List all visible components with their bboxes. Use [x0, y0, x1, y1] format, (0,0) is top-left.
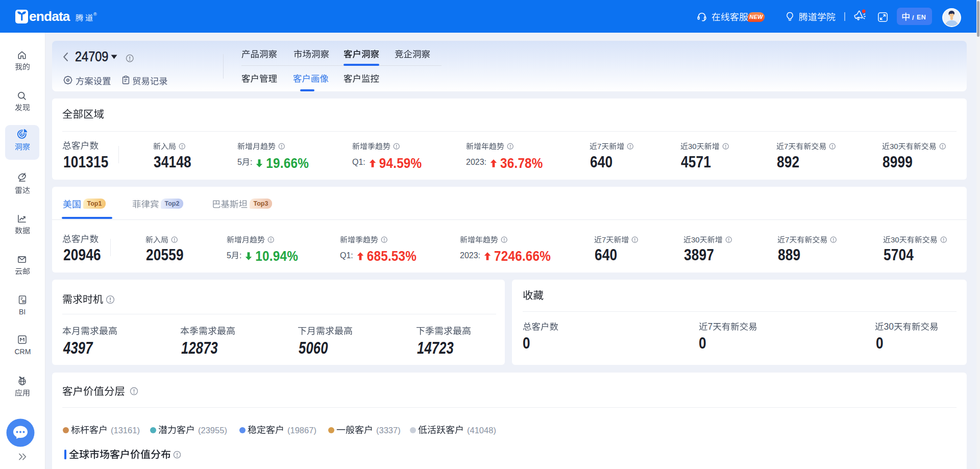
svg-text:7: 7: [785, 235, 789, 244]
svg-text::: :: [250, 158, 252, 166]
svg-text:30: 30: [691, 235, 700, 244]
svg-text:2023:: 2023:: [460, 251, 480, 260]
svg-text::: :: [239, 251, 241, 260]
svg-text:7: 7: [708, 322, 713, 332]
svg-text:7: 7: [784, 142, 788, 151]
svg-text:Q1:: Q1:: [340, 251, 353, 260]
svg-text:2023:: 2023:: [466, 158, 486, 166]
svg-text:7: 7: [602, 235, 606, 244]
svg-text:30: 30: [890, 142, 898, 151]
svg-text:30: 30: [884, 322, 894, 332]
svg-text:30: 30: [891, 235, 899, 244]
svg-text:7: 7: [597, 142, 601, 151]
svg-text:5: 5: [237, 158, 242, 166]
svg-text:Q1:: Q1:: [352, 158, 365, 166]
svg-text:30: 30: [688, 142, 697, 151]
svg-text:5: 5: [227, 251, 231, 260]
svg-text:BI: BI: [22, 300, 26, 303]
